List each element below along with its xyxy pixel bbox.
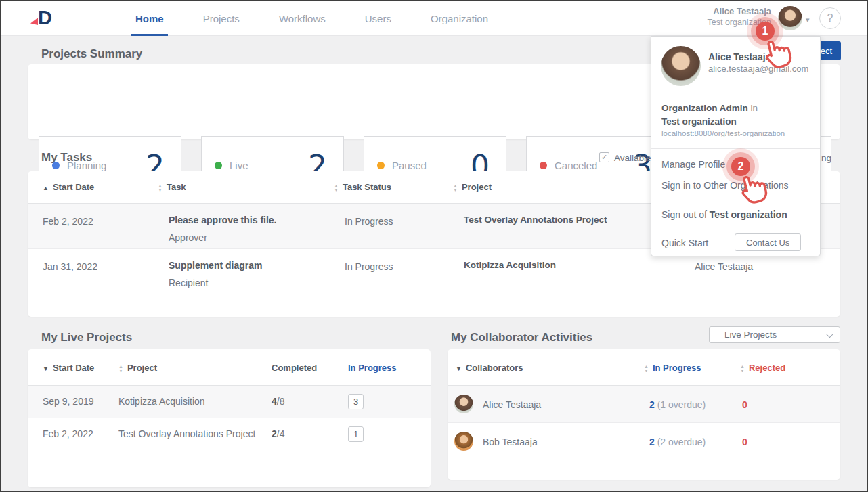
user-menu-role: Organization Admin [661, 103, 748, 113]
column-header-project[interactable]: ▲▼Project [453, 182, 492, 192]
cell-task-role: Approver [169, 232, 207, 243]
chevron-down-icon [826, 330, 833, 337]
table-row[interactable]: Sep 9, 2019 Kotipizza Acquisition 4/8 3 [28, 386, 431, 418]
cell-in-progress: 2 [649, 399, 655, 410]
column-header-task-status[interactable]: ▲▼Task Status [334, 182, 391, 192]
cell-task-status: In Progress [345, 261, 393, 272]
topbar-user-name: Alice Testaaja [663, 6, 771, 16]
my-live-projects-title: My Live Projects [41, 331, 132, 344]
cell-completed-total: /4 [277, 428, 285, 439]
column-header-start-date[interactable]: ▼Start Date [43, 363, 94, 373]
cell-overdue: (2 overdue) [657, 437, 706, 447]
projects-filter-value: Live Projects [724, 330, 777, 340]
menu-item-manage-profile[interactable]: Manage Profile [661, 159, 725, 170]
column-header-in-progress[interactable]: In Progress [348, 363, 397, 373]
cell-collaborator-name: Bob Testaaja [483, 437, 538, 447]
logo-accent-icon [30, 18, 38, 25]
nav-item-home[interactable]: Home [131, 1, 168, 36]
live-projects-header-row: ▼Start Date ▲▼Project Completed In Progr… [28, 349, 431, 386]
column-header-project[interactable]: ▲▼Project [118, 363, 157, 373]
nav-item-workflows[interactable]: Workflows [275, 1, 330, 36]
logo-letter: D [38, 7, 51, 29]
cell-start-date: Jan 31, 2022 [43, 261, 97, 272]
nav-item-users[interactable]: Users [361, 1, 395, 36]
in-progress-count-button[interactable]: 3 [348, 394, 364, 409]
card-label: Live [230, 160, 248, 171]
user-dropdown-menu: Alice Testaaja alice.testaaja@gmail.com … [651, 36, 821, 256]
cell-assignee: Alice Testaaja [695, 261, 753, 272]
sort-icon: ▲▼ [334, 184, 339, 192]
projects-summary-title: Projects Summary [41, 47, 142, 61]
user-menu-org-section: Organization Admin in Test organization … [651, 97, 820, 149]
cell-project: Test Overlay Annotations Project [464, 215, 607, 225]
avatar [661, 46, 701, 86]
column-header-rejected[interactable]: ▲▼Rejected [740, 363, 785, 373]
cell-in-progress: 2 [649, 437, 655, 447]
cell-project: Test Overlay Annotations Project [118, 428, 255, 439]
collaborator-activities-panel: ▼Collaborators ▲▼In Progress ▲▼Rejected … [448, 349, 840, 480]
contact-us-button[interactable]: Contact Us [735, 233, 801, 251]
card-label: Canceled [555, 160, 597, 171]
cell-task-title: Supplement diagram [169, 260, 262, 271]
cell-task-role: Recipient [169, 277, 208, 288]
sort-icon: ▲▼ [740, 365, 745, 373]
my-tasks-title: My Tasks [41, 151, 92, 164]
chevron-down-icon[interactable]: ▾ [806, 16, 810, 24]
live-status-dot-icon [215, 162, 222, 169]
column-header-in-progress[interactable]: ▲▼In Progress [644, 363, 701, 373]
cell-project: Kotipizza Acquisition [118, 396, 205, 407]
column-header-start-date[interactable]: ▲Start Date [43, 182, 94, 192]
table-row[interactable]: Feb 2, 2022 Test Overlay Annotations Pro… [28, 418, 431, 449]
cell-start-date: Feb 2, 2022 [43, 428, 93, 439]
user-menu-role-suffix: in [751, 103, 758, 113]
cell-collaborator-name: Alice Testaaja [483, 399, 541, 410]
cell-completed-total: /8 [277, 396, 285, 407]
sort-asc-icon: ▲ [43, 185, 49, 192]
main-nav: Home Projects Workflows Users Organizati… [131, 1, 492, 36]
nav-item-projects[interactable]: Projects [199, 1, 244, 36]
truncated-label-fragment: ng [821, 153, 831, 163]
menu-item-sign-in-other-orgs[interactable]: Sign in to Other Organizations [661, 180, 789, 191]
table-row[interactable]: Bob Testaaja 2 (2 overdue) 0 [448, 422, 840, 459]
cell-rejected: 0 [742, 399, 747, 410]
app-window: D Home Projects Workflows Users Organiza… [0, 0, 868, 492]
cell-start-date: Sep 9, 2019 [43, 396, 94, 407]
divider [651, 229, 820, 229]
cell-task-status: In Progress [345, 216, 393, 227]
in-progress-count-button[interactable]: 1 [348, 426, 364, 442]
help-button[interactable]: ? [819, 7, 841, 29]
avatar [454, 432, 473, 451]
app-logo-icon[interactable]: D [30, 7, 58, 30]
menu-item-sign-out[interactable]: Sign out of Test organization [661, 209, 787, 220]
cell-overdue: (1 overdue) [657, 399, 706, 410]
avatar [454, 395, 473, 413]
user-menu-org-url: localhost:8080/org/test-organization [661, 129, 785, 137]
menu-item-quick-start[interactable]: Quick Start [661, 238, 708, 248]
top-navbar: D Home Projects Workflows Users Organiza… [1, 1, 867, 36]
paused-status-dot-icon [377, 162, 385, 169]
sort-icon: ▲▼ [158, 184, 162, 192]
collaborator-activities-title: My Collaborator Activities [451, 331, 592, 344]
user-menu-org: Test organization [661, 116, 737, 127]
sort-desc-icon: ▼ [456, 365, 462, 372]
cell-project: Kotipizza Acquisition [464, 260, 556, 270]
column-header-collaborators[interactable]: ▼Collaborators [456, 363, 523, 373]
cell-completed-done: 2 [272, 428, 277, 439]
column-header-task[interactable]: ▲▼Task [158, 182, 186, 192]
column-header-completed[interactable]: Completed [272, 363, 317, 373]
cell-rejected: 0 [742, 437, 747, 447]
divider [651, 200, 820, 200]
available-checkbox[interactable]: ✓ [599, 152, 609, 162]
card-label: Paused [392, 160, 427, 171]
table-row[interactable]: Alice Testaaja 2 (1 overdue) 0 [448, 386, 840, 422]
nav-item-organization[interactable]: Organization [427, 1, 492, 36]
sort-icon: ▲▼ [453, 184, 458, 192]
cell-task-title: Please approve this file. [169, 215, 277, 225]
projects-filter-select[interactable]: Live Projects [709, 326, 840, 343]
cell-start-date: Feb 2, 2022 [43, 216, 93, 227]
sort-desc-icon: ▼ [43, 365, 49, 372]
collaborators-header-row: ▼Collaborators ▲▼In Progress ▲▼Rejected [448, 349, 840, 386]
cell-completed-done: 4 [272, 396, 277, 407]
sort-icon: ▲▼ [118, 365, 123, 373]
canceled-status-dot-icon [540, 162, 547, 169]
